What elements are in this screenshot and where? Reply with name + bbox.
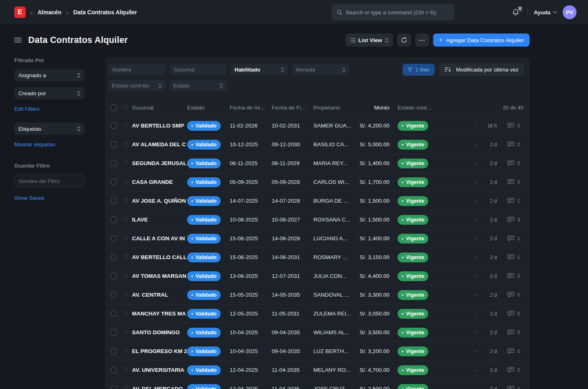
row-checkbox[interactable] <box>111 179 117 185</box>
heart-icon[interactable]: ♡ <box>123 254 132 260</box>
comments-button[interactable]: 0 <box>497 292 524 298</box>
row-checkbox[interactable] <box>111 198 117 204</box>
table-row[interactable]: ♡ AV JOSE A. QUIÑON •Validado 14-07-2025… <box>105 192 530 210</box>
table-row[interactable]: ♡ EL PROGRESO KM 2 •Validado 10-04-2025 … <box>105 342 530 361</box>
table-row[interactable]: ♡ AV. CENTRAL •Validado 15-05-2025 14-05… <box>105 286 530 304</box>
cell-sucursal[interactable]: AV. UNIVERSITARIA <box>132 367 187 373</box>
cell-sucursal[interactable]: EL PROGRESO KM 2 <box>132 348 187 354</box>
comments-button[interactable]: 1 <box>497 254 524 260</box>
estado-filter-select[interactable]: Estado <box>170 80 227 91</box>
row-checkbox[interactable] <box>111 311 117 317</box>
heart-icon[interactable]: ♡ <box>123 273 132 279</box>
heart-icon[interactable]: ♡ <box>123 141 132 148</box>
row-checkbox[interactable] <box>111 386 117 389</box>
table-row[interactable]: ♡ AV. DEL MERCADO •Validado 12-04-2025 1… <box>105 380 530 389</box>
show-tags-link[interactable]: Mostrar etiquetas <box>14 141 55 148</box>
comments-button[interactable]: 0 <box>497 160 524 166</box>
view-switcher-button[interactable]: List View <box>345 34 393 47</box>
cell-sucursal[interactable]: AV ALAMEDA DEL C <box>132 141 187 148</box>
comments-button[interactable]: 0 <box>497 348 524 354</box>
column-header-estado-contrato[interactable]: Estado cont... <box>392 105 451 111</box>
breadcrumb-almacen[interactable]: Almacén <box>38 9 61 16</box>
breadcrumb-data-contratos[interactable]: Data Contratos Alquiler <box>73 9 137 16</box>
cell-sucursal[interactable]: CASA GRANDE <box>132 179 187 185</box>
select-all-checkbox[interactable] <box>111 105 117 111</box>
cell-sucursal[interactable]: AV. CENTRAL <box>132 292 187 298</box>
table-row[interactable]: ♡ ILAVE •Validado 10-08-2025 10-08-2027 … <box>105 210 530 229</box>
tags-dropdown[interactable]: Etiquetas <box>14 123 85 135</box>
comments-button[interactable]: 1 <box>497 198 524 204</box>
cell-sucursal[interactable]: SANTO DOMINGO <box>132 329 187 335</box>
nombre-filter-input[interactable] <box>108 64 165 75</box>
comments-button[interactable]: 0 <box>497 123 524 129</box>
refresh-button[interactable] <box>397 34 411 47</box>
heart-icon[interactable]: ♡ <box>123 311 132 317</box>
applied-filters-button[interactable]: 1 filter <box>402 64 435 76</box>
comments-button[interactable]: 0 <box>497 179 524 185</box>
column-header-monto[interactable]: Monto <box>355 105 392 111</box>
heart-icon[interactable]: ♡ <box>123 198 132 204</box>
estado-contrato-filter-select[interactable]: Estado contrato <box>108 80 165 91</box>
comments-button[interactable]: 0 <box>497 311 524 317</box>
heart-icon[interactable]: ♡ <box>123 160 132 166</box>
app-logo[interactable]: E <box>14 7 26 18</box>
heart-icon[interactable]: ♡ <box>123 292 132 298</box>
sucursal-filter-input[interactable] <box>170 64 227 75</box>
comments-button[interactable]: 1 <box>497 235 524 241</box>
row-checkbox[interactable] <box>111 123 117 129</box>
more-options-button[interactable]: ··· <box>415 34 429 47</box>
row-checkbox[interactable] <box>111 273 117 279</box>
comments-button[interactable]: 0 <box>497 273 524 279</box>
table-row[interactable]: ♡ AV. UNIVERSITARIA •Validado 12-04-2025… <box>105 361 530 380</box>
comments-button[interactable]: 3 <box>497 217 524 223</box>
column-header-propietario[interactable]: Propietario <box>313 105 355 111</box>
cell-sucursal[interactable]: AV TOMAS MARSAN <box>132 273 187 279</box>
table-row[interactable]: ♡ SANTO DOMINGO •Validado 10-04-2025 09-… <box>105 323 530 342</box>
column-header-fecha-fin[interactable]: Fecha de Fi... <box>272 105 313 111</box>
row-checkbox[interactable] <box>111 329 117 335</box>
table-row[interactable]: ♡ CASA GRANDE •Validado 05-09-2025 05-09… <box>105 173 530 192</box>
record-count[interactable]: 20 de 40 <box>451 105 524 111</box>
heart-icon[interactable]: ♡ <box>123 329 132 335</box>
row-checkbox[interactable] <box>111 235 117 241</box>
column-header-sucursal[interactable]: Sucursal <box>132 105 187 111</box>
filter-name-input[interactable] <box>14 174 85 188</box>
cell-sucursal[interactable]: AV BERTELLO SMP <box>132 123 187 129</box>
cell-sucursal[interactable]: AV BERTELLO CALL <box>132 254 187 260</box>
moneda-filter-select[interactable]: Moneda <box>292 64 349 75</box>
help-menu[interactable]: Ayuda <box>534 9 557 16</box>
table-row[interactable]: ♡ MANCHAY TRES MA •Validado 12-05-2025 1… <box>105 304 530 323</box>
row-checkbox[interactable] <box>111 217 117 223</box>
comments-button[interactable]: 0 <box>497 329 524 335</box>
row-checkbox[interactable] <box>111 141 117 148</box>
table-row[interactable]: ♡ AV BERTELLO CALL •Validado 15-06-2025 … <box>105 248 530 267</box>
comments-button[interactable]: 0 <box>497 367 524 373</box>
cell-sucursal[interactable]: ILAVE <box>132 217 187 223</box>
avatar[interactable]: PV <box>563 5 577 19</box>
heart-icon[interactable]: ♡ <box>123 367 132 373</box>
table-row[interactable]: ♡ AV ALAMEDA DEL C •Validado 10-12-2025 … <box>105 135 530 154</box>
column-header-fecha-inicio[interactable]: Fecha de Ini... <box>230 105 272 111</box>
created-by-dropdown[interactable]: Creado por <box>14 87 85 99</box>
edit-filters-link[interactable]: Edit Filters <box>14 106 39 112</box>
row-checkbox[interactable] <box>111 160 117 166</box>
comments-button[interactable]: 1 <box>497 386 524 389</box>
global-search[interactable] <box>332 4 454 20</box>
habilitado-filter-select[interactable]: Habilitado <box>231 64 288 75</box>
heart-icon[interactable]: ♡ <box>123 348 132 354</box>
table-row[interactable]: ♡ SEGUNDA JERUSAL •Validado 06-11-2025 0… <box>105 154 530 173</box>
sidebar-toggle-icon[interactable] <box>14 36 22 44</box>
comments-button[interactable]: 0 <box>497 141 524 148</box>
cell-sucursal[interactable]: AV JOSE A. QUIÑON <box>132 198 187 204</box>
notifications-button[interactable]: 0 <box>510 7 522 18</box>
show-saved-link[interactable]: Show Saved <box>14 195 44 201</box>
heart-icon[interactable]: ♡ <box>123 217 132 223</box>
heart-icon[interactable]: ♡ <box>123 123 132 129</box>
row-checkbox[interactable] <box>111 292 117 298</box>
heart-icon[interactable]: ♡ <box>123 179 132 185</box>
search-input[interactable] <box>346 9 449 16</box>
table-row[interactable]: ♡ CALLE A CON AV IN •Validado 15-06-2025… <box>105 229 530 248</box>
assigned-to-dropdown[interactable]: Asignado a <box>14 69 85 81</box>
row-checkbox[interactable] <box>111 367 117 373</box>
cell-sucursal[interactable]: MANCHAY TRES MA <box>132 311 187 317</box>
